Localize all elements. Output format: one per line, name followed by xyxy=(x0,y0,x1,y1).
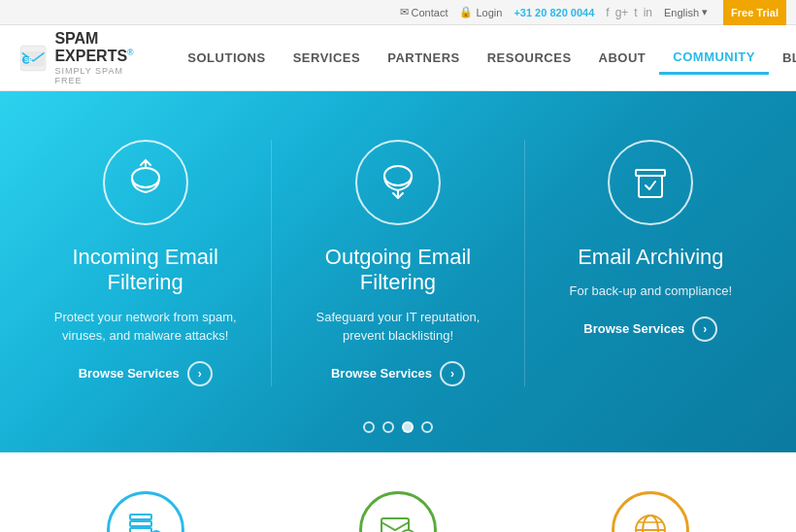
lock-icon: 🔒 xyxy=(459,6,473,18)
svg-rect-9 xyxy=(130,521,151,526)
chevron-down-icon: ▾ xyxy=(702,6,708,18)
dot-2[interactable] xyxy=(382,421,394,433)
envelope-icon: ✉ xyxy=(400,6,409,18)
logo-text: SPAM EXPERTS® SIMPLY SPAM FREE xyxy=(54,30,145,84)
nav-about[interactable]: ABOUT xyxy=(585,43,660,73)
nav-solutions[interactable]: SOLUTIONS xyxy=(174,43,279,73)
login-link[interactable]: 🔒 Login xyxy=(459,6,502,18)
arrow-icon-3: › xyxy=(692,316,717,342)
twitter-icon[interactable]: t xyxy=(634,6,637,19)
header: SE SPAM EXPERTS® SIMPLY SPAM FREE SOLUTI… xyxy=(0,25,796,91)
hero-card-outgoing: Outgoing Email Filtering Safeguard your … xyxy=(272,120,523,406)
globe-network-icon xyxy=(612,491,689,532)
svg-rect-8 xyxy=(130,515,151,519)
nav-blog[interactable]: BLOG xyxy=(769,43,796,73)
nav-resources[interactable]: RESOURCES xyxy=(474,43,585,73)
contact-link[interactable]: ✉ Contact xyxy=(400,6,448,18)
bottom-card-1 xyxy=(19,482,272,532)
slider-dots xyxy=(363,421,433,433)
nav-partners[interactable]: PARTNERS xyxy=(374,43,474,73)
server-user-icon xyxy=(107,491,184,532)
browse-btn-outgoing[interactable]: Browse Services › xyxy=(331,361,465,386)
archiving-icon xyxy=(608,140,693,225)
hero-title-incoming: Incoming Email Filtering xyxy=(49,245,242,296)
hero-desc-outgoing: Safeguard your IT reputation, prevent bl… xyxy=(301,308,494,346)
nav-services[interactable]: SERVICES xyxy=(280,43,375,73)
mail-ban-icon xyxy=(359,491,437,532)
bottom-card-3 xyxy=(524,482,777,532)
hero-title-outgoing: Outgoing Email Filtering xyxy=(301,245,494,296)
top-bar: ✉ Contact 🔒 Login +31 20 820 0044 f g+ t… xyxy=(0,0,796,25)
arrow-icon: › xyxy=(187,361,213,386)
svg-text:SE: SE xyxy=(24,56,33,63)
hero-desc-incoming: Protect your network from spam, viruses,… xyxy=(49,308,242,346)
hero-desc-archiving: For back-up and compliance! xyxy=(569,282,732,301)
main-nav: SOLUTIONS SERVICES PARTNERS RESOURCES AB… xyxy=(174,42,796,75)
svg-point-4 xyxy=(132,168,159,187)
language-selector[interactable]: English ▾ xyxy=(664,6,708,18)
facebook-icon[interactable]: f xyxy=(606,6,609,19)
social-icons: f g+ t in xyxy=(606,6,652,19)
svg-rect-7 xyxy=(636,170,665,176)
svg-rect-6 xyxy=(639,176,662,197)
nav-community[interactable]: COMMUNITY xyxy=(659,42,769,75)
bottom-section xyxy=(0,452,796,532)
hero-card-incoming: Incoming Email Filtering Protect your ne… xyxy=(19,120,271,406)
linkedin-icon[interactable]: in xyxy=(644,6,652,19)
hero-card-archiving: Email Archiving For back-up and complian… xyxy=(525,120,777,406)
browse-btn-incoming[interactable]: Browse Services › xyxy=(79,361,213,386)
hero-title-archiving: Email Archiving xyxy=(578,245,723,270)
logo-icon: SE xyxy=(19,39,47,78)
svg-rect-10 xyxy=(130,528,151,532)
browse-btn-archiving[interactable]: Browse Services › xyxy=(583,316,717,342)
googleplus-icon[interactable]: g+ xyxy=(615,6,629,19)
bottom-card-2 xyxy=(272,482,524,532)
hero-section: Incoming Email Filtering Protect your ne… xyxy=(0,91,796,452)
hero-grid: Incoming Email Filtering Protect your ne… xyxy=(19,120,777,406)
free-trial-button[interactable]: Free Trial xyxy=(723,0,786,25)
tagline: SIMPLY SPAM FREE xyxy=(54,66,145,85)
svg-point-5 xyxy=(384,166,412,185)
arrow-icon-2: › xyxy=(440,361,465,386)
brand-name: SPAM EXPERTS® xyxy=(54,30,145,65)
dot-1[interactable] xyxy=(363,421,375,433)
dot-4[interactable] xyxy=(421,421,433,433)
incoming-icon xyxy=(103,140,188,225)
phone-number: +31 20 820 0044 xyxy=(514,7,594,18)
dot-3[interactable] xyxy=(402,421,414,433)
outgoing-icon xyxy=(355,140,441,225)
logo[interactable]: SE SPAM EXPERTS® SIMPLY SPAM FREE xyxy=(19,30,145,84)
